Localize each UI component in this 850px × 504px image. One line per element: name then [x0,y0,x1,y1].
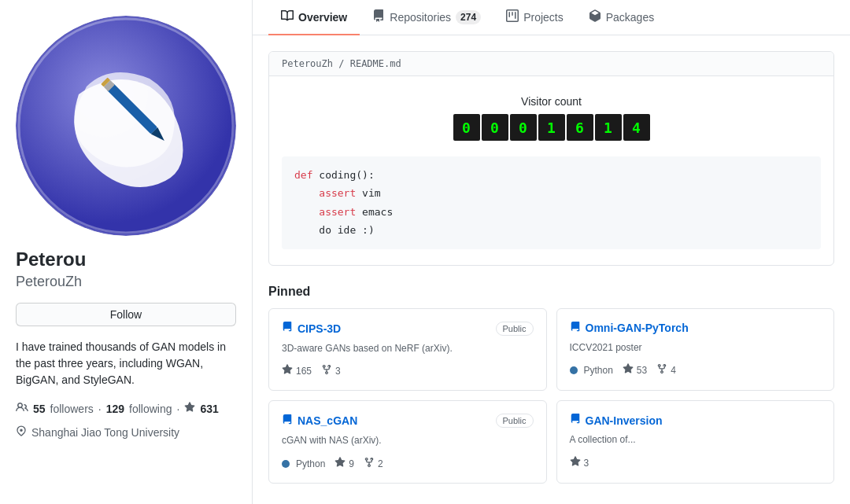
public-badge-nas: Public [496,414,534,428]
lang-label-nas: Python [296,458,325,469]
pinned-card-header: CIPS-3D Public [282,322,534,336]
location-text: Shanghai Jiao Tong University [31,426,179,439]
pinned-card-header-gan: GAN-Inversion [570,414,822,427]
repo-icon-cips3d [282,322,293,335]
digit-5: 1 [595,114,622,141]
visitor-count-label: Visitor count [282,95,821,108]
repo-link-gan[interactable]: GAN-Inversion [586,414,663,427]
pinned-card-header-nas: NAS_cGAN Public [282,414,534,428]
book-icon [281,9,294,24]
repo-name-gan: GAN-Inversion [570,414,663,427]
digit-2: 0 [510,114,537,141]
tab-overview[interactable]: Overview [268,0,360,35]
tab-projects-label: Projects [523,11,564,24]
stars-count[interactable]: 631 [200,403,218,415]
tab-packages[interactable]: Packages [576,0,667,35]
bio-text: I have trained thousands of GAN models i… [16,339,236,388]
forks-item-cips3d: 3 [321,364,341,377]
repo-icon-gan [570,414,581,427]
tab-packages-label: Packages [606,11,654,24]
main-content: Overview Repositories 274 [252,0,850,504]
repo-meta-omni: Python 53 [570,363,822,377]
tab-projects[interactable]: Projects [493,0,576,35]
repo-icon [372,9,385,24]
pinned-label: Pinned [268,285,834,299]
following-count[interactable]: 129 [106,403,124,415]
forks-count-nas: 2 [378,458,383,469]
forks-count-cips3d: 3 [335,366,341,377]
repo-desc-nas: cGAN with NAS (arXiv). [282,434,534,447]
stars-item-cips3d: 165 [282,364,312,377]
followers-count[interactable]: 55 [33,403,46,415]
code-line-4: do ide :) [294,221,808,239]
tab-repositories[interactable]: Repositories 274 [360,0,493,35]
pinned-card-omni-gan: Omni-GAN-PyTorch ICCV2021 poster Python [556,308,835,392]
stars-item-gan: 3 [570,456,589,469]
repositories-badge: 274 [456,10,481,24]
star-icon-nas [334,457,346,470]
stats-row: 55 followers · 129 following · 631 [16,401,236,416]
forks-item-omni: 4 [656,363,676,377]
fork-icon-nas [364,457,375,470]
separator-dot: · [98,403,102,415]
stars-count-nas: 9 [349,458,354,469]
pinned-card-header-omni: Omni-GAN-PyTorch [570,322,822,335]
lang-label-omni: Python [584,365,613,376]
lang-dot-nas [282,460,290,468]
digit-0: 0 [453,114,480,141]
repo-meta-nas: Python 9 [282,457,534,470]
star-icon-omni [623,363,634,377]
pinned-card-cips-3d: CIPS-3D Public 3D-aware GANs based on Ne… [268,308,547,392]
tab-overview-label: Overview [298,11,347,24]
readme-path: PeterouZh / README.md [269,52,833,76]
repo-link-cips3d[interactable]: CIPS-3D [298,322,341,335]
repo-link-omni[interactable]: Omni-GAN-PyTorch [586,322,689,334]
repo-name-omni: Omni-GAN-PyTorch [570,322,689,335]
code-line-3: assert emacs [294,203,808,221]
sidebar: Peterou PeterouZh Follow I have trained … [0,0,252,504]
repo-meta-cips3d: 165 3 [282,364,534,377]
public-badge-cips3d: Public [496,322,534,336]
readme-body: Visitor count 0 0 0 1 6 1 4 def coding()… [269,76,833,265]
username-handle: PeterouZh [16,274,236,290]
lang-dot-omni [570,366,578,374]
repo-icon-nas [282,414,293,428]
follow-button[interactable]: Follow [16,303,236,326]
code-line-2: assert vim [294,184,808,202]
digit-1: 0 [482,114,508,141]
stars-item-omni: 53 [623,363,647,377]
lang-item-omni: Python [570,365,613,376]
project-icon [506,9,519,24]
fork-icon-cips3d [321,364,332,377]
package-icon [589,9,601,24]
repo-link-nas[interactable]: NAS_cGAN [298,414,357,427]
visitor-digits: 0 0 0 1 6 1 4 [282,114,821,141]
people-icon [16,401,28,416]
pinned-grid: CIPS-3D Public 3D-aware GANs based on Ne… [268,308,834,484]
repo-desc-omni: ICCV2021 poster [570,341,822,355]
fork-icon-omni [656,363,667,377]
tab-repositories-label: Repositories [390,11,451,24]
tab-bar: Overview Repositories 274 [253,0,850,35]
star-icon-gan [570,456,581,469]
lang-item-nas: Python [282,458,325,469]
username-display: Peterou [16,248,236,270]
stars-count-omni: 53 [637,365,647,376]
readme-card: PeterouZh / README.md Visitor count 0 0 … [268,51,834,266]
location-icon [16,425,27,439]
repo-meta-gan: 3 [570,456,822,469]
following-label: following [129,403,172,415]
forks-count-omni: 4 [671,365,676,376]
repo-name-cips3d: CIPS-3D [282,322,341,335]
code-line-1: def coding(): [294,166,808,184]
forks-item-nas: 2 [364,457,383,470]
star-icon-cips3d [282,364,293,377]
code-block: def coding(): assert vim assert emacs do… [282,156,821,249]
repo-desc-gan: A collection of... [570,433,822,447]
content-area: PeterouZh / README.md Visitor count 0 0 … [253,35,850,499]
digit-6: 4 [623,114,650,141]
digit-4: 6 [567,114,593,141]
followers-label: followers [50,403,94,415]
repo-name-nas: NAS_cGAN [282,414,357,428]
digit-3: 1 [538,114,565,141]
